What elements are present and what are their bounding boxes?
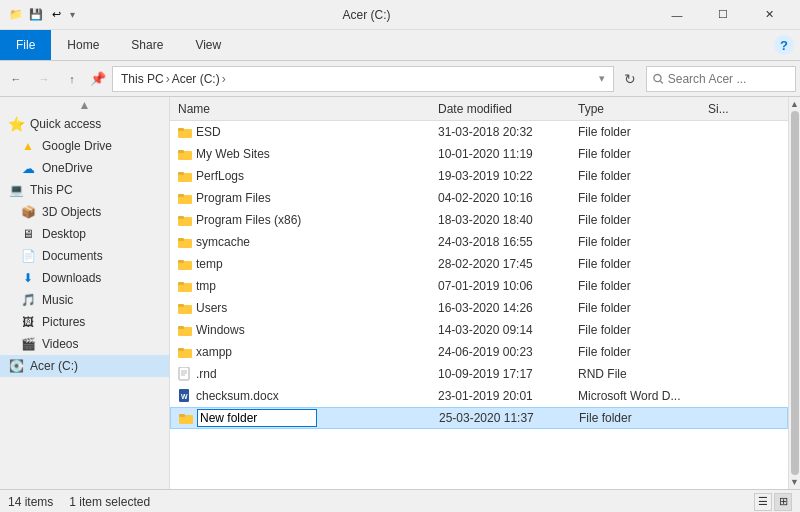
title-bar-quick-access: 📁 💾 ↩ ▾ — [8, 7, 75, 23]
titlebar-folder-icon: 📁 — [8, 7, 24, 23]
path-thispc[interactable]: This PC — [121, 72, 164, 86]
table-row-selected[interactable]: 25-03-2020 11:37 File folder — [170, 407, 788, 429]
scrollbar-thumb[interactable] — [791, 111, 799, 475]
col-header-type[interactable]: Type — [574, 102, 704, 116]
folder-icon — [178, 301, 192, 315]
this-pc-icon: 💻 — [8, 182, 24, 198]
sidebar-label-this-pc: This PC — [30, 183, 73, 197]
sidebar-scroll-up[interactable]: ▲ — [0, 97, 169, 113]
address-path[interactable]: This PC › Acer (C:) › ▾ — [112, 66, 614, 92]
tab-home[interactable]: Home — [51, 30, 115, 60]
sidebar-label-music: Music — [42, 293, 73, 307]
col-header-date[interactable]: Date modified — [434, 102, 574, 116]
sidebar-item-music[interactable]: 🎵 Music — [0, 289, 169, 311]
table-row[interactable]: Users 16-03-2020 14:26 File folder — [170, 297, 788, 319]
file-icon — [178, 367, 192, 381]
col-header-name[interactable]: Name — [174, 102, 434, 116]
path-dropdown[interactable]: ▾ — [599, 72, 605, 85]
table-row[interactable]: temp 28-02-2020 17:45 File folder — [170, 253, 788, 275]
downloads-icon: ⬇ — [20, 270, 36, 286]
folder-icon — [178, 213, 192, 227]
table-row[interactable]: Windows 14-03-2020 09:14 File folder — [170, 319, 788, 341]
table-row[interactable]: Program Files (x86) 18-03-2020 18:40 Fil… — [170, 209, 788, 231]
list-view-button[interactable]: ☰ — [754, 493, 772, 511]
details-view-button[interactable]: ⊞ — [774, 493, 792, 511]
scroll-down-arrow[interactable]: ▼ — [790, 477, 799, 487]
title-bar: 📁 💾 ↩ ▾ Acer (C:) — ☐ ✕ — [0, 0, 800, 30]
window-title: Acer (C:) — [79, 8, 654, 22]
main-content: ▲ ⭐ Quick access ▲ Google Drive ☁ OneDri… — [0, 97, 800, 489]
file-pane: Name Date modified Type Si... ESD 31-03-… — [170, 97, 788, 489]
sidebar-item-documents[interactable]: 📄 Documents — [0, 245, 169, 267]
close-button[interactable]: ✕ — [746, 0, 792, 30]
folder-icon — [178, 191, 192, 205]
tab-view[interactable]: View — [179, 30, 237, 60]
file-name-esd: ESD — [174, 125, 434, 139]
table-row[interactable]: ESD 31-03-2018 20:32 File folder — [170, 121, 788, 143]
sidebar-label-videos: Videos — [42, 337, 78, 351]
titlebar-dropdown-arrow[interactable]: ▾ — [70, 9, 75, 20]
desktop-icon: 🖥 — [20, 226, 36, 242]
search-box[interactable] — [646, 66, 796, 92]
sidebar-item-google-drive[interactable]: ▲ Google Drive — [0, 135, 169, 157]
minimize-button[interactable]: — — [654, 0, 700, 30]
file-list-header: Name Date modified Type Si... — [170, 97, 788, 121]
folder-icon — [178, 147, 192, 161]
table-row[interactable]: symcache 24-03-2018 16:55 File folder — [170, 231, 788, 253]
svg-rect-31 — [179, 414, 185, 417]
svg-text:W: W — [181, 393, 188, 400]
table-row[interactable]: Program Files 04-02-2020 10:16 File fold… — [170, 187, 788, 209]
search-input[interactable] — [668, 72, 789, 86]
sidebar-label-quick-access: Quick access — [30, 117, 101, 131]
path-acer[interactable]: Acer (C:) — [172, 72, 220, 86]
folder-icon — [178, 257, 192, 271]
sidebar: ▲ ⭐ Quick access ▲ Google Drive ☁ OneDri… — [0, 97, 170, 489]
sidebar-label-desktop: Desktop — [42, 227, 86, 241]
help-icon[interactable]: ? — [774, 35, 794, 55]
selected-count: 1 item selected — [69, 495, 150, 509]
sidebar-label-documents: Documents — [42, 249, 103, 263]
scroll-up-arrow[interactable]: ▲ — [790, 99, 799, 109]
sidebar-item-acer-c[interactable]: 💽 Acer (C:) — [0, 355, 169, 377]
sidebar-item-this-pc[interactable]: 💻 This PC — [0, 179, 169, 201]
table-row[interactable]: My Web Sites 10-01-2020 11:19 File folde… — [170, 143, 788, 165]
titlebar-save-icon: 💾 — [28, 7, 44, 23]
svg-rect-9 — [178, 194, 184, 197]
up-button[interactable]: ↑ — [60, 67, 84, 91]
tab-file[interactable]: File — [0, 30, 51, 60]
table-row[interactable]: W checksum.docx 23-01-2019 20:01 Microso… — [170, 385, 788, 407]
sidebar-label-downloads: Downloads — [42, 271, 101, 285]
pin-icon: 📌 — [88, 67, 108, 91]
sidebar-item-desktop[interactable]: 🖥 Desktop — [0, 223, 169, 245]
sidebar-item-onedrive[interactable]: ☁ OneDrive — [0, 157, 169, 179]
table-row[interactable]: tmp 07-01-2019 10:06 File folder — [170, 275, 788, 297]
item-count: 14 items — [8, 495, 53, 509]
onedrive-icon: ☁ — [20, 160, 36, 176]
pictures-icon: 🖼 — [20, 314, 36, 330]
col-header-size[interactable]: Si... — [704, 102, 764, 116]
table-row[interactable]: xampp 24-06-2019 00:23 File folder — [170, 341, 788, 363]
ribbon: File Home Share View ? — [0, 30, 800, 61]
file-date-esd: 31-03-2018 20:32 — [434, 125, 574, 139]
tab-share[interactable]: Share — [115, 30, 179, 60]
sidebar-item-pictures[interactable]: 🖼 Pictures — [0, 311, 169, 333]
back-button[interactable]: ← — [4, 67, 28, 91]
search-icon — [653, 73, 664, 85]
sidebar-item-3d-objects[interactable]: 📦 3D Objects — [0, 201, 169, 223]
table-row[interactable]: .rnd 10-09-2019 17:17 RND File — [170, 363, 788, 385]
sidebar-item-quick-access[interactable]: ⭐ Quick access — [0, 113, 169, 135]
sidebar-label-pictures: Pictures — [42, 315, 85, 329]
scrollbar-vertical[interactable]: ▲ ▼ — [788, 97, 800, 489]
path-sep2: › — [222, 72, 226, 86]
refresh-button[interactable]: ↻ — [618, 67, 642, 91]
table-row[interactable]: PerfLogs 19-03-2019 10:22 File folder — [170, 165, 788, 187]
view-toggle: ☰ ⊞ — [754, 493, 792, 511]
sidebar-item-videos[interactable]: 🎬 Videos — [0, 333, 169, 355]
sidebar-item-downloads[interactable]: ⬇ Downloads — [0, 267, 169, 289]
videos-icon: 🎬 — [20, 336, 36, 352]
forward-button[interactable]: → — [32, 67, 56, 91]
file-list: ESD 31-03-2018 20:32 File folder My Web … — [170, 121, 788, 489]
rename-input[interactable] — [197, 409, 317, 427]
maximize-button[interactable]: ☐ — [700, 0, 746, 30]
folder-icon — [178, 125, 192, 139]
